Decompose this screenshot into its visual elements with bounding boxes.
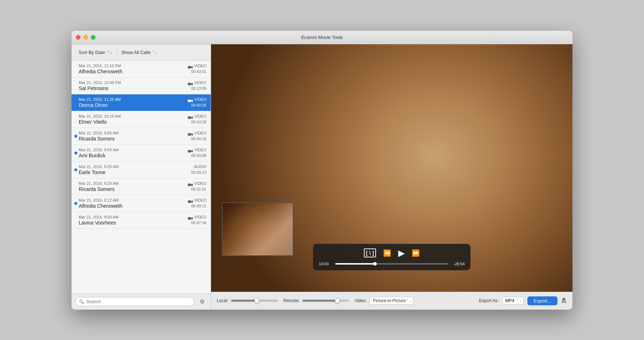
- remote-label: Remote:: [283, 298, 299, 303]
- settings-button[interactable]: ⚙: [197, 297, 207, 307]
- main-content: Sort By Date ⌃⌄ Show All Calls ⌃⌄ Mar 21…: [72, 44, 572, 310]
- call-name: Earle Toone: [79, 169, 105, 175]
- unread-dot: [74, 202, 77, 205]
- call-item[interactable]: Mar 21, 2016, 11:25 AM VIDEODeena Dines0…: [72, 94, 211, 111]
- call-date: Mar 21, 2016, 12:08 PM: [79, 80, 121, 85]
- call-item[interactable]: Mar 21, 2016, 10:19 AM VIDEOElmer Vitell…: [72, 111, 211, 128]
- call-date: Mar 21, 2016, 10:19 AM: [79, 114, 121, 118]
- search-bar: 🔍 ⚙: [72, 294, 211, 310]
- call-duration: 00:47:34: [191, 221, 206, 225]
- call-duration: 00:14:26: [191, 120, 206, 124]
- svg-rect-7: [188, 200, 191, 203]
- call-type: VIDEO: [194, 64, 206, 68]
- svg-rect-6: [188, 183, 191, 186]
- call-item[interactable]: Mar 21, 2016, 9:54 AM VIDEOAmi Burdick00…: [72, 145, 211, 162]
- call-name: Deena Dines: [79, 102, 108, 108]
- call-duration: 00:09:13: [191, 170, 206, 174]
- video-call-icon: [188, 64, 193, 68]
- sidebar-toolbar: Sort By Date ⌃⌄ Show All Calls ⌃⌄: [72, 44, 211, 61]
- video-mode-select-wrap: Picture-in-Picture Side by Side Main Onl…: [370, 297, 414, 305]
- sidebar: Sort By Date ⌃⌄ Show All Calls ⌃⌄ Mar 21…: [72, 44, 211, 310]
- call-type: VIDEO: [194, 131, 206, 135]
- call-duration: 00:49:11: [191, 204, 206, 208]
- time-current: 14:03: [319, 262, 332, 266]
- traffic-lights: [76, 35, 96, 40]
- pip-overlay: [223, 203, 293, 255]
- call-item[interactable]: Mar 21, 2016, 12:10 PM VIDEOAlfredia Che…: [72, 61, 211, 78]
- call-type: VIDEO: [194, 148, 206, 152]
- time-remaining: -26:54: [451, 262, 465, 266]
- svg-rect-1: [188, 83, 191, 85]
- close-button[interactable]: [76, 35, 80, 40]
- svg-rect-0: [188, 66, 191, 68]
- call-item[interactable]: Mar 21, 2016, 12:08 PM VIDEOSal Petrosin…: [72, 78, 211, 94]
- export-format-select-wrap: MP4 MOV M4A: [502, 297, 524, 305]
- search-input-wrap: 🔍: [75, 297, 194, 306]
- call-date: Mar 21, 2016, 9:54 AM: [79, 148, 118, 152]
- call-date: Mar 21, 2016, 8:00 AM: [79, 215, 118, 219]
- call-date: Mar 21, 2016, 11:25 AM: [79, 97, 121, 102]
- call-name: Elmer Vitello: [79, 119, 107, 125]
- call-duration: 00:31:01: [191, 187, 206, 191]
- call-duration: 00:44:16: [191, 137, 206, 141]
- export-format-select[interactable]: MP4 MOV M4A: [502, 297, 524, 305]
- call-date: Mar 21, 2016, 9:56 AM: [79, 131, 118, 135]
- call-name: Alfredia Chenoweth: [79, 69, 122, 74]
- fastforward-button[interactable]: ⏩: [412, 249, 420, 257]
- video-call-icon: [188, 114, 193, 118]
- video-mode-select[interactable]: Picture-in-Picture Side by Side Main Onl…: [370, 297, 414, 305]
- remote-volume-group: Remote:: [283, 298, 349, 303]
- call-item[interactable]: Mar 21, 2016, 8:29 AM VIDEORicarda Somer…: [72, 178, 211, 195]
- app-window: Ecamm Movie Tools Sort By Date ⌃⌄ Show A…: [72, 31, 572, 310]
- call-duration: 00:13:05: [191, 86, 206, 90]
- play-button[interactable]: ▶: [398, 248, 405, 258]
- call-duration: 00:40:58: [191, 103, 206, 107]
- show-all-calls-button[interactable]: Show All Calls ⌃⌄: [118, 48, 161, 57]
- export-button[interactable]: Export...: [527, 296, 557, 305]
- call-item[interactable]: Mar 21, 2016, 9:25 AMAUDIOEarle Toone00:…: [72, 162, 211, 178]
- call-item[interactable]: Mar 21, 2016, 8:00 AM VIDEOLavina Voorhe…: [72, 212, 211, 229]
- call-type: VIDEO: [194, 97, 206, 102]
- video-panel: [ \ ] ⏪ ▶ ⏩ 14:03 -26:54: [211, 44, 572, 310]
- controls-buttons: [ \ ] ⏪ ▶ ⏩: [319, 248, 465, 258]
- call-type: VIDEO: [194, 80, 206, 85]
- call-name: Lavina Voorhees: [79, 220, 116, 226]
- svg-rect-2: [188, 99, 191, 102]
- show-label: Show All Calls: [121, 50, 151, 55]
- fullscreen-button[interactable]: [91, 35, 96, 40]
- call-name: Sal Petrosino: [79, 85, 108, 91]
- video-call-icon: [188, 182, 193, 185]
- calls-list: Mar 21, 2016, 12:10 PM VIDEOAlfredia Che…: [72, 61, 211, 294]
- svg-rect-4: [188, 133, 191, 135]
- local-volume-group: Local:: [217, 298, 278, 303]
- sort-by-date-button[interactable]: Sort By Date ⌃⌄: [75, 48, 116, 57]
- search-input[interactable]: [86, 299, 190, 304]
- show-chevron-icon: ⌃⌄: [152, 50, 158, 54]
- call-type: VIDEO: [194, 181, 206, 186]
- player-controls: [ \ ] ⏪ ▶ ⏩ 14:03 -26:54: [313, 244, 470, 270]
- export-group: Export As: MP4 MOV M4A Export...: [479, 296, 567, 305]
- in-out-button[interactable]: [ \ ]: [364, 248, 376, 257]
- sort-label: Sort By Date: [79, 50, 105, 55]
- call-item[interactable]: Mar 21, 2016, 8:12 AM VIDEOAlfredia Chen…: [72, 195, 211, 212]
- export-as-label: Export As:: [479, 298, 499, 303]
- call-type: AUDIO: [194, 164, 206, 169]
- search-icon: 🔍: [79, 299, 84, 304]
- video-call-icon: [188, 131, 193, 135]
- rewind-button[interactable]: ⏪: [383, 249, 391, 257]
- local-label: Local:: [217, 298, 228, 303]
- call-type: VIDEO: [194, 114, 206, 118]
- video-call-icon: [188, 98, 193, 101]
- video-mode-group: Video: Picture-in-Picture Side by Side M…: [355, 297, 414, 305]
- progress-thumb: [373, 262, 377, 266]
- remote-thumb: [335, 298, 340, 303]
- local-fill: [231, 300, 257, 302]
- progress-track[interactable]: [335, 263, 448, 265]
- share-button[interactable]: [561, 298, 567, 304]
- local-volume-slider[interactable]: [231, 300, 278, 302]
- video-label: Video:: [355, 298, 367, 303]
- call-item[interactable]: Mar 21, 2016, 9:56 AM VIDEORicarda Somer…: [72, 128, 211, 145]
- remote-volume-slider[interactable]: [302, 300, 349, 302]
- pip-window: [222, 202, 293, 256]
- minimize-button[interactable]: [83, 35, 88, 40]
